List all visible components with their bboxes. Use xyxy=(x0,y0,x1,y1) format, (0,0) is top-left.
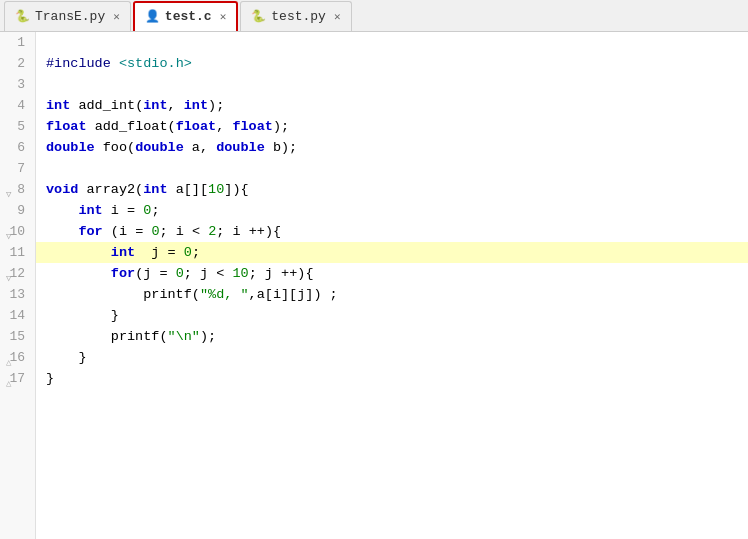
tab-label: TransE.py xyxy=(35,9,105,24)
editor: 1 2 3 4 5 6 7 ▽8 9 ▽10 11 ▽12 13 14 15 △… xyxy=(0,32,748,539)
python-icon: 🐍 xyxy=(15,9,30,24)
tab-transE[interactable]: 🐍 TransE.py ✕ xyxy=(4,1,131,31)
line-number: ▽12 xyxy=(6,263,29,284)
person-icon: 👤 xyxy=(145,9,160,24)
close-icon[interactable]: ✕ xyxy=(334,10,341,23)
tab-testc[interactable]: 👤 test.c ✕ xyxy=(133,1,238,31)
code-line: printf("\n"); xyxy=(36,326,748,347)
code-line: double foo(double a, double b); xyxy=(36,137,748,158)
code-line: #include <stdio.h> xyxy=(36,53,748,74)
code-line xyxy=(36,158,748,179)
line-number: 2 xyxy=(6,53,29,74)
line-number: 7 xyxy=(6,158,29,179)
code-line: } xyxy=(36,347,748,368)
code-line: } xyxy=(36,368,748,389)
line-number: ▽10 xyxy=(6,221,29,242)
line-number: 4 xyxy=(6,95,29,116)
line-number: 6 xyxy=(6,137,29,158)
tab-testpy[interactable]: 🐍 test.py ✕ xyxy=(240,1,351,31)
line-number: 13 xyxy=(6,284,29,305)
line-number: ▽8 xyxy=(6,179,29,200)
code-line: float add_float(float, float); xyxy=(36,116,748,137)
line-number: 11 xyxy=(6,242,29,263)
line-numbers: 1 2 3 4 5 6 7 ▽8 9 ▽10 11 ▽12 13 14 15 △… xyxy=(0,32,36,539)
line-number: 9 xyxy=(6,200,29,221)
line-number: 1 xyxy=(6,32,29,53)
code-line: int i = 0; xyxy=(36,200,748,221)
code-line: for (i = 0; i < 2; i ++){ xyxy=(36,221,748,242)
code-line: int add_int(int, int); xyxy=(36,95,748,116)
code-line xyxy=(36,74,748,95)
close-icon[interactable]: ✕ xyxy=(220,10,227,23)
close-icon[interactable]: ✕ xyxy=(113,10,120,23)
tab-bar: 🐍 TransE.py ✕ 👤 test.c ✕ 🐍 test.py ✕ xyxy=(0,0,748,32)
code-line: printf("%d, ",a[i][j]) ; xyxy=(36,284,748,305)
python-icon: 🐍 xyxy=(251,9,266,24)
line-number: 14 xyxy=(6,305,29,326)
fold-icon[interactable]: △ xyxy=(6,374,11,395)
code-line: int j = 0; xyxy=(36,242,748,263)
tab-label: test.c xyxy=(165,9,212,24)
tab-label: test.py xyxy=(271,9,326,24)
line-number: 5 xyxy=(6,116,29,137)
line-number: 15 xyxy=(6,326,29,347)
line-number: 3 xyxy=(6,74,29,95)
code-line: for(j = 0; j < 10; j ++){ xyxy=(36,263,748,284)
code-line: void array2(int a[][10]){ xyxy=(36,179,748,200)
line-number: △16 xyxy=(6,347,29,368)
code-line: } xyxy=(36,305,748,326)
code-line xyxy=(36,32,748,53)
line-number: △17 xyxy=(6,368,29,389)
code-content[interactable]: #include <stdio.h> int add_int(int, int)… xyxy=(36,32,748,539)
